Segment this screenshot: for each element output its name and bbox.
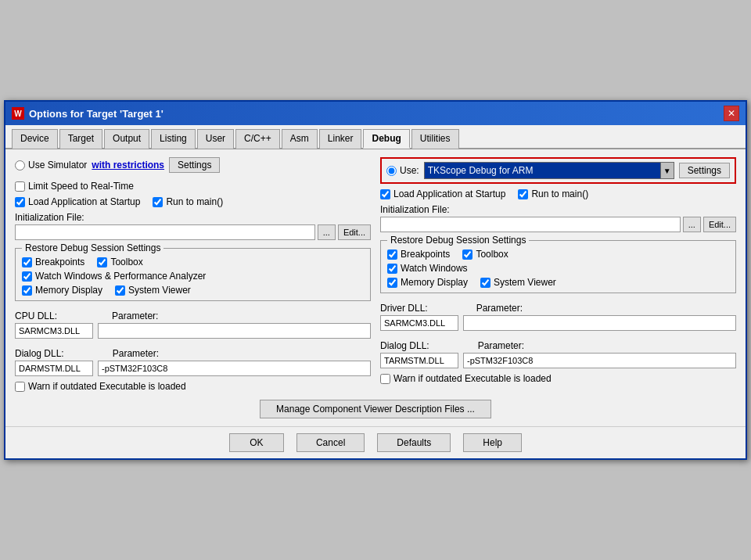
- tab-linker[interactable]: Linker: [319, 129, 362, 149]
- left-load-app-label[interactable]: Load Application at Startup: [15, 196, 140, 207]
- manage-component-button[interactable]: Manage Component Viewer Description File…: [260, 400, 491, 418]
- left-cpu-param-input[interactable]: [98, 323, 371, 339]
- right-memory-label[interactable]: Memory Display: [387, 277, 468, 288]
- tab-user[interactable]: User: [197, 129, 234, 149]
- right-sysviewer-checkbox[interactable]: [480, 278, 490, 288]
- right-load-run-row: Load Application at Startup Run to main(…: [380, 188, 736, 199]
- left-cpu-dll-inputs: [15, 323, 371, 339]
- cancel-button[interactable]: Cancel: [296, 433, 365, 452]
- right-init-input[interactable]: [380, 217, 681, 232]
- tab-debug[interactable]: Debug: [363, 129, 409, 149]
- right-dialog-dll-section: Dialog DLL: Parameter:: [380, 340, 736, 368]
- right-breakpoints-label[interactable]: Breakpoints: [387, 249, 450, 260]
- tab-output[interactable]: Output: [104, 129, 149, 149]
- right-init-label: Initialization File:: [380, 204, 736, 215]
- left-restore-title: Restore Debug Session Settings: [22, 242, 163, 253]
- left-dialog-dll-inputs: [15, 361, 371, 376]
- left-cpu-dll-section: CPU DLL: Parameter:: [15, 311, 371, 339]
- right-driver-param-label: Parameter:: [476, 303, 523, 314]
- debugger-select[interactable]: TKScope Debug for ARM: [424, 162, 661, 179]
- close-button[interactable]: ✕: [724, 106, 739, 121]
- ok-button[interactable]: OK: [229, 433, 284, 452]
- use-simulator-radio[interactable]: [15, 160, 25, 171]
- right-init-section: Initialization File: ... Edit...: [380, 204, 736, 232]
- right-dialog-dll-input[interactable]: [380, 353, 458, 368]
- right-use-label: Use:: [400, 165, 419, 176]
- tab-cpp[interactable]: C/C++: [235, 129, 280, 149]
- right-dialog-param-input[interactable]: [463, 353, 736, 368]
- right-warn-label[interactable]: Warn if outdated Executable is loaded: [380, 373, 736, 384]
- tab-device[interactable]: Device: [12, 129, 58, 149]
- title-bar: W Options for Target 'Target 1' ✕: [5, 102, 746, 125]
- right-use-radio-label[interactable]: Use:: [386, 165, 419, 176]
- limit-speed-checkbox[interactable]: [15, 181, 25, 192]
- left-watch-windows-label[interactable]: Watch Windows & Performance Analyzer: [22, 271, 364, 282]
- left-dialog-param-label: Parameter:: [113, 348, 159, 359]
- left-run-main-label[interactable]: Run to main(): [153, 196, 223, 207]
- right-driver-dll-inputs: [380, 315, 736, 331]
- right-toolbox-checkbox[interactable]: [462, 249, 473, 260]
- left-run-main-checkbox[interactable]: [153, 197, 163, 207]
- left-edit-btn[interactable]: Edit...: [338, 224, 371, 240]
- left-dialog-param-input[interactable]: [98, 361, 371, 376]
- right-sysviewer-label[interactable]: System Viewer: [480, 277, 556, 288]
- right-load-app-label[interactable]: Load Application at Startup: [380, 188, 505, 199]
- right-breakpoints-checkbox[interactable]: [387, 249, 397, 260]
- left-browse-btn[interactable]: ...: [318, 224, 336, 240]
- right-toolbox-label[interactable]: Toolbox: [462, 249, 508, 260]
- dropdown-arrow-icon[interactable]: ▼: [660, 162, 674, 179]
- tab-listing[interactable]: Listing: [151, 129, 196, 149]
- tab-target[interactable]: Target: [59, 129, 102, 149]
- left-memory-checkbox[interactable]: [22, 285, 32, 296]
- right-load-app-checkbox[interactable]: [380, 189, 390, 199]
- left-breakpoints-label[interactable]: Breakpoints: [22, 257, 84, 267]
- main-window: W Options for Target 'Target 1' ✕ Device…: [4, 100, 747, 460]
- left-breakpoints-checkbox[interactable]: [22, 257, 32, 267]
- left-toolbox-label[interactable]: Toolbox: [97, 257, 142, 267]
- left-sysviewer-checkbox[interactable]: [115, 285, 125, 296]
- right-warn-checkbox[interactable]: [380, 374, 390, 384]
- left-cpu-dll-input[interactable]: [15, 323, 93, 339]
- left-toolbox-checkbox[interactable]: [97, 257, 107, 267]
- right-restore-group: Restore Debug Session Settings Breakpoin…: [380, 240, 736, 293]
- right-top-row: Use: TKScope Debug for ARM ▼ Settings: [380, 157, 736, 184]
- left-cpu-param-label: Parameter:: [112, 311, 158, 321]
- left-sysviewer-label[interactable]: System Viewer: [115, 285, 191, 296]
- left-init-label: Initialization File:: [15, 212, 371, 223]
- right-watch-checkbox[interactable]: [387, 264, 397, 274]
- with-restrictions-link[interactable]: with restrictions: [92, 160, 164, 171]
- tab-bar: Device Target Output Listing User C/C++ …: [5, 125, 746, 149]
- right-memory-checkbox[interactable]: [387, 278, 397, 288]
- right-dialog-dll-label: Dialog DLL:: [380, 340, 429, 351]
- left-top-row: Use Simulator with restrictions Settings: [15, 157, 371, 173]
- tab-asm[interactable]: Asm: [282, 129, 318, 149]
- left-watch-checkbox[interactable]: [22, 271, 32, 282]
- right-run-main-checkbox[interactable]: [518, 189, 528, 199]
- right-settings-button[interactable]: Settings: [679, 163, 730, 178]
- right-restore-title: Restore Debug Session Settings: [387, 235, 529, 246]
- left-memory-label[interactable]: Memory Display: [22, 285, 102, 296]
- left-warn-checkbox[interactable]: [15, 382, 25, 392]
- left-warn-label[interactable]: Warn if outdated Executable is loaded: [15, 381, 371, 392]
- right-driver-dll-input[interactable]: [380, 315, 458, 331]
- right-watch-windows-label[interactable]: Watch Windows: [387, 263, 729, 274]
- left-settings-button[interactable]: Settings: [169, 157, 220, 173]
- left-init-section: Initialization File: ... Edit...: [15, 212, 371, 240]
- left-dialog-dll-input[interactable]: [15, 361, 93, 376]
- right-init-row: ... Edit...: [380, 217, 736, 232]
- tab-utilities[interactable]: Utilities: [411, 129, 459, 149]
- right-driver-param-input[interactable]: [463, 315, 736, 331]
- right-run-main-label[interactable]: Run to main(): [518, 188, 588, 199]
- right-browse-btn[interactable]: ...: [683, 217, 701, 232]
- right-edit-btn[interactable]: Edit...: [703, 217, 736, 232]
- left-init-input[interactable]: [15, 224, 315, 240]
- left-dialog-dll-labels: Dialog DLL: Parameter:: [15, 348, 371, 359]
- defaults-button[interactable]: Defaults: [377, 433, 451, 452]
- window-title: Options for Target 'Target 1': [29, 108, 163, 120]
- left-restore-content: Breakpoints Toolbox Watch Windows & Perf…: [22, 257, 364, 296]
- help-button[interactable]: Help: [463, 433, 522, 452]
- use-simulator-radio-label[interactable]: Use Simulator: [15, 160, 87, 171]
- right-use-radio[interactable]: [386, 166, 397, 176]
- right-driver-dll-label: Driver DLL:: [380, 303, 428, 314]
- left-load-app-checkbox[interactable]: [15, 197, 25, 207]
